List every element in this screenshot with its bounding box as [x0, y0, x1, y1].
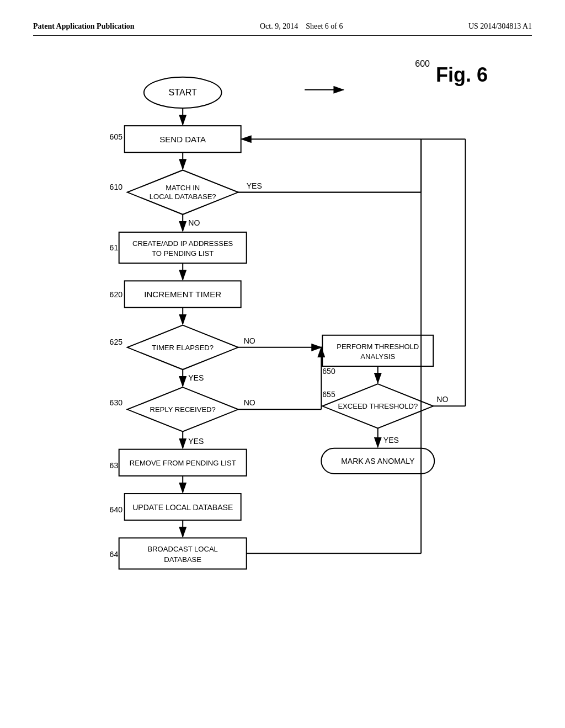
start-label: START: [169, 87, 197, 97]
threshold-label2: ANALYSIS: [360, 352, 395, 361]
match-label2: LOCAL DATABASE?: [150, 192, 216, 201]
remove-label: REMOVE FROM PENDING LIST: [130, 459, 236, 467]
diagram-area: 600 Fig. 6 START 605 SEND DATA 610: [33, 47, 532, 681]
broadcast-label2: DATABASE: [164, 555, 201, 564]
step-640-label: 640: [110, 505, 123, 514]
threshold-label1: PERFORM THRESHOLD: [337, 342, 419, 351]
no-exceed-label: NO: [436, 395, 448, 404]
header-date-sheet: Oct. 9, 2014 Sheet 6 of 6: [260, 22, 343, 31]
anomaly-label: MARK AS ANOMALY: [341, 457, 415, 465]
match-label1: MATCH IN: [166, 184, 200, 192]
reply-label: REPLY RECEIVED?: [150, 405, 216, 414]
step-655-label: 655: [322, 390, 335, 399]
no-timer-label: NO: [244, 336, 255, 345]
step-625-label: 625: [110, 338, 123, 346]
step-610-label: 610: [110, 183, 123, 191]
step-650-label: 650: [322, 367, 335, 376]
create-label1: CREATE/ADD IP ADDRESSES: [132, 239, 233, 248]
no-match-label: NO: [188, 218, 200, 227]
yes-exceed-label: YES: [383, 436, 399, 445]
step-630-label: 630: [110, 398, 123, 407]
header-publication: Patent Application Publication: [33, 22, 135, 31]
header-sheet: Sheet 6 of 6: [306, 22, 343, 30]
increment-label: INCREMENT TIMER: [144, 290, 221, 299]
step-605-label: 605: [110, 132, 123, 141]
header-patent-number: US 2014/304813 A1: [468, 22, 532, 31]
page-header: Patent Application Publication Oct. 9, 2…: [33, 22, 532, 36]
flowchart-svg: START 605 SEND DATA 610 MATCH IN LOCAL D…: [33, 47, 532, 681]
header-date: Oct. 9, 2014: [260, 22, 298, 30]
yes-match-label: YES: [247, 181, 262, 190]
yes-reply-label: YES: [188, 437, 204, 446]
create-label2: TO PENDING LIST: [152, 249, 214, 258]
update-label: UPDATE LOCAL DATABASE: [132, 503, 233, 512]
send-data-label: SEND DATA: [159, 135, 206, 144]
timer-label: TIMER ELAPSED?: [152, 344, 214, 352]
no-reply-label: NO: [244, 398, 255, 407]
broadcast-label1: BROADCAST LOCAL: [148, 545, 218, 554]
page: Patent Application Publication Oct. 9, 2…: [0, 0, 565, 728]
step-620-label: 620: [110, 290, 123, 299]
exceed-label: EXCEED THRESHOLD?: [338, 402, 418, 410]
yes-timer-label: YES: [188, 373, 204, 382]
